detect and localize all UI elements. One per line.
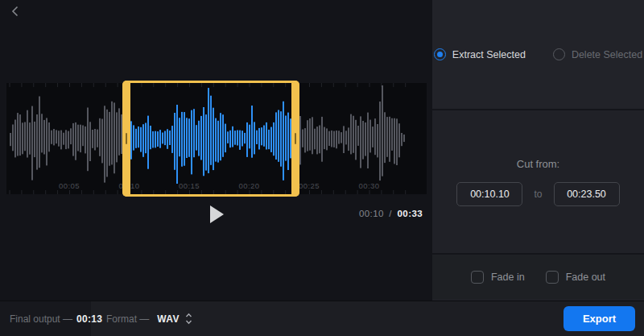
time-label: 00:30 (359, 181, 380, 190)
radio-unchecked-icon (553, 48, 565, 60)
time-label: 00:25 (299, 181, 320, 190)
fade-out-checkbox[interactable]: Fade out (546, 271, 605, 284)
selection-region[interactable] (122, 81, 299, 197)
editor-area: 00:0500:1000:1500:2000:2500:30 00:10 / 0… (0, 0, 432, 301)
export-button[interactable]: Export (564, 306, 635, 331)
total-time: 00:33 (398, 209, 423, 218)
extract-selected-label: Extract Selected (452, 49, 526, 60)
fade-out-label: Fade out (566, 272, 605, 283)
settings-panel: Extract Selected Delete Selected Cut fro… (432, 0, 644, 301)
cut-end-input[interactable] (554, 182, 620, 206)
mode-section: Extract Selected Delete Selected (432, 0, 644, 110)
fade-in-checkbox[interactable]: Fade in (471, 271, 525, 284)
cut-range-row: to (456, 182, 619, 206)
fade-section: Fade in Fade out (432, 255, 644, 299)
to-label: to (534, 189, 542, 200)
chevron-left-icon (11, 6, 19, 17)
time-label: 00:05 (59, 181, 80, 190)
format-selector-block: Format — WAV (91, 301, 192, 336)
checkbox-unchecked-icon (546, 271, 559, 284)
fade-in-label: Fade in (491, 272, 525, 283)
play-button[interactable] (202, 201, 228, 227)
cut-section: Cut from: to (432, 110, 644, 255)
back-button[interactable] (6, 3, 23, 19)
up-down-chevrons-icon (185, 313, 192, 325)
play-icon (210, 205, 224, 223)
extract-selected-radio[interactable]: Extract Selected (434, 48, 526, 60)
delete-selected-label: Delete Selected (572, 49, 642, 60)
playback-time: 00:10 / 00:33 (357, 209, 423, 218)
delete-selected-radio[interactable]: Delete Selected (553, 48, 642, 60)
selection-right-handle[interactable] (291, 81, 299, 197)
footer-bar: Final output — 00:13 Format — WAV Export (0, 301, 644, 336)
checkbox-unchecked-icon (471, 271, 484, 284)
current-time: 00:10 (359, 209, 384, 218)
format-label: Format — (106, 313, 149, 325)
cut-start-input[interactable] (456, 182, 522, 206)
audio-cutter-app: 00:0500:1000:1500:2000:2500:30 00:10 / 0… (0, 0, 644, 336)
final-output-label: Final output — (10, 313, 72, 325)
radio-checked-icon (434, 48, 446, 60)
time-separator: / (389, 209, 392, 218)
format-value: WAV (157, 313, 179, 325)
selection-left-handle[interactable] (122, 81, 130, 197)
grip-icon (295, 133, 296, 144)
cut-from-label: Cut from: (517, 158, 559, 170)
final-output-info: Final output — 00:13 (0, 301, 91, 336)
format-dropdown[interactable]: WAV (157, 313, 192, 325)
grip-icon (126, 133, 127, 144)
